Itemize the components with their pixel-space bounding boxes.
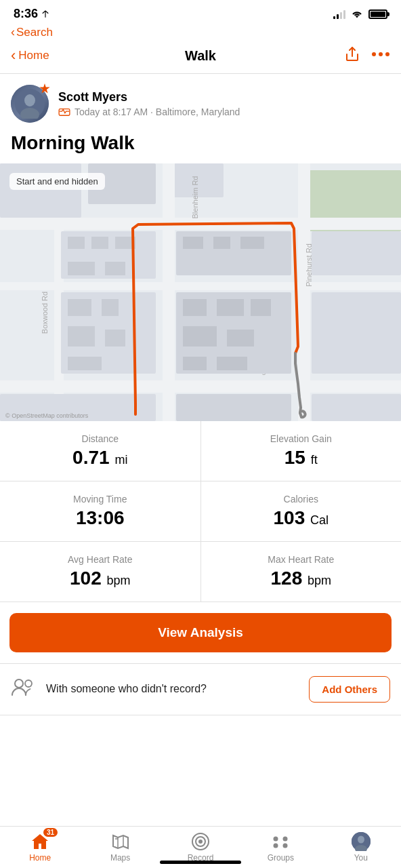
svg-rect-42 (105, 330, 125, 347)
svg-rect-29 (312, 231, 401, 275)
svg-point-65 (358, 836, 364, 844)
svg-text:Blenheim Rd: Blenheim Rd (191, 176, 199, 219)
home-tab-icon: 31 (28, 832, 52, 851)
svg-rect-50 (217, 357, 247, 370)
user-info: Scott Myers Today at 8:17 AM · Baltimore… (0, 74, 401, 130)
user-details: Scott Myers Today at 8:17 AM · Baltimore… (58, 90, 390, 117)
svg-rect-38 (240, 237, 264, 249)
stat-distance: Distance 0.71 mi (0, 421, 200, 481)
status-icons (333, 9, 387, 19)
back-label[interactable]: Search (16, 26, 53, 39)
you-tab-icon (349, 832, 373, 851)
maps-tab-icon (108, 832, 133, 851)
svg-point-59 (198, 840, 203, 844)
avatar-image (15, 89, 45, 119)
groups-tab-label: Groups (268, 853, 294, 863)
share-icon (344, 46, 360, 62)
svg-point-62 (274, 844, 278, 848)
svg-rect-46 (251, 299, 271, 316)
add-others-prompt: With someone who didn't record? (46, 682, 298, 696)
home-back-label: Home (18, 49, 49, 62)
svg-rect-34 (68, 262, 95, 275)
svg-rect-49 (183, 357, 207, 370)
map-container: Blenheim Rd Pinehurst Rd Boxwood Rd Fern… (0, 163, 401, 421)
home-chevron-icon: ‹ (11, 47, 16, 64)
stat-avg-hr: Avg Heart Rate 102 bpm (0, 542, 200, 601)
page-title: Walk (185, 48, 216, 64)
activity-icon (58, 107, 70, 117)
wifi-icon (351, 9, 363, 19)
you-tab-label: You (354, 853, 368, 863)
svg-point-61 (283, 837, 288, 842)
stat-max-hr: Max Heart Rate 128 bpm (201, 542, 402, 601)
tab-you[interactable]: You (334, 832, 388, 865)
user-name: Scott Myers (58, 90, 390, 104)
tab-bar-spacer (0, 715, 401, 776)
svg-point-55 (15, 679, 23, 688)
status-time: 8:36 (14, 7, 50, 21)
stat-elevation: Elevation Gain 15 ft (201, 421, 402, 481)
avatar-container (11, 85, 49, 123)
more-button[interactable] (371, 50, 390, 62)
svg-rect-47 (183, 326, 217, 347)
back-navigation: ‹ Search (0, 24, 401, 43)
view-analysis-button[interactable]: View Analysis (9, 613, 392, 652)
svg-point-1 (372, 52, 376, 56)
stats-grid: Distance 0.71 mi Elevation Gain 15 ft Mo… (0, 421, 401, 602)
user-time: Today at 8:17 AM · Baltimore, Maryland (75, 106, 240, 117)
svg-rect-45 (217, 299, 244, 316)
svg-rect-37 (213, 237, 230, 249)
svg-rect-36 (183, 237, 203, 249)
start-end-label: Start and end hidden (9, 173, 105, 190)
header-actions (336, 46, 390, 65)
add-others-button[interactable]: Add Others (309, 676, 390, 703)
map-svg: Blenheim Rd Pinehurst Rd Boxwood Rd Fern… (0, 163, 401, 421)
add-others-section: With someone who didn't record? Add Othe… (0, 663, 401, 715)
share-button[interactable] (344, 46, 360, 65)
activity-title: Morning Walk (0, 130, 401, 163)
svg-rect-44 (183, 299, 207, 316)
svg-rect-18 (298, 163, 310, 421)
svg-point-3 (385, 52, 389, 56)
header: ‹ Home Walk (0, 43, 401, 74)
svg-rect-41 (68, 326, 95, 347)
svg-text:© OpenStreetMap contributors: © OpenStreetMap contributors (5, 412, 89, 419)
home-badge: 31 (43, 828, 58, 837)
battery-icon (368, 9, 387, 19)
tab-home[interactable]: 31 Home (13, 832, 67, 865)
maps-tab-label: Maps (110, 853, 130, 863)
svg-rect-35 (105, 262, 125, 275)
svg-rect-52 (176, 394, 291, 421)
svg-rect-39 (68, 299, 91, 316)
stat-calories: Calories 103 Cal (201, 481, 402, 541)
svg-point-56 (25, 680, 32, 687)
home-indicator (160, 861, 241, 864)
groups-tab-icon (268, 832, 293, 851)
signal-bars (333, 9, 345, 19)
home-tab-label: Home (29, 853, 51, 863)
back-chevron-icon: ‹ (11, 25, 15, 39)
svg-rect-48 (227, 330, 254, 347)
svg-point-5 (24, 94, 35, 106)
svg-rect-9 (0, 163, 81, 218)
home-back-button[interactable]: ‹ Home (11, 47, 49, 64)
svg-point-63 (283, 844, 288, 848)
svg-point-2 (379, 52, 383, 56)
tab-groups[interactable]: Groups (253, 832, 308, 865)
people-icon (11, 677, 35, 701)
svg-rect-43 (68, 357, 102, 370)
svg-rect-17 (163, 163, 175, 421)
svg-text:Boxwood Rd: Boxwood Rd (41, 292, 49, 334)
tab-maps[interactable]: Maps (93, 832, 148, 865)
more-icon (371, 50, 390, 59)
svg-rect-40 (102, 299, 119, 316)
stat-moving-time: Moving Time 13:06 (0, 481, 200, 541)
svg-rect-31 (68, 237, 85, 249)
location-icon (41, 9, 50, 19)
svg-point-60 (274, 837, 278, 842)
svg-rect-53 (312, 394, 401, 421)
svg-rect-30 (312, 292, 401, 374)
header-back-space: ‹ Home (11, 47, 65, 64)
status-bar: 8:36 (0, 0, 401, 24)
record-tab-icon (188, 832, 213, 851)
